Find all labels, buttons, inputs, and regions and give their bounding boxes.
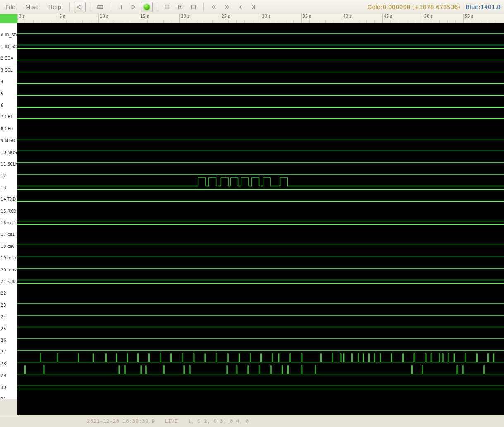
cursor-readout: Gold:0.000000 (+1078.673536) Blue:1401.8 — [368, 4, 502, 10]
gold-delta: (+1078.673536) — [412, 4, 460, 10]
channel-label[interactable]: 13 — [0, 182, 7, 193]
waveform-row — [17, 176, 504, 187]
channel-label[interactable]: 28 — [0, 358, 7, 369]
channel-label[interactable]: 29 — [0, 370, 7, 381]
waveform-row — [17, 223, 504, 235]
channel-label[interactable]: 24 — [0, 311, 7, 323]
svg-rect-0 — [98, 5, 103, 8]
waveform-row — [17, 387, 504, 399]
zoom-fit-icon — [191, 4, 196, 10]
blue-value: 1401.8 — [480, 4, 501, 10]
waveform-row — [17, 364, 504, 376]
waveform-row — [17, 58, 504, 70]
channel-label[interactable]: 21 sclk — [0, 276, 16, 287]
status-bar: 2021-12-20 16:38:38.9 LIVE 1, 0 2, 0 3, … — [0, 415, 504, 427]
waveform-row — [17, 352, 504, 364]
ruler-tick: 0 s — [17, 14, 25, 23]
seek-forward-button[interactable] — [221, 2, 233, 12]
channel-label[interactable]: 23 — [0, 299, 7, 311]
channel-label[interactable]: 11 SCLK — [0, 158, 17, 170]
channel-label[interactable]: 3 SCL — [0, 64, 13, 76]
gold-label: Gold: — [368, 4, 383, 10]
channel-label[interactable]: 25 — [0, 323, 7, 334]
toolbar-separator — [69, 2, 70, 12]
waveform-row — [17, 164, 504, 176]
pause-button[interactable] — [115, 2, 126, 12]
waveform-row — [17, 70, 504, 82]
channel-label[interactable]: 16 ce2 — [0, 217, 16, 228]
channel-label[interactable]: 7 CE1 — [0, 111, 14, 123]
toolbar: File Misc Help Gold:0.000000 — [0, 0, 504, 14]
status-modes-list: 1, 0 2, 0 3, 0 4, 0 — [188, 418, 249, 424]
time-ruler[interactable]: 0 s5 s10 s15 s20 s25 s30 s35 s40 s45 s50… — [17, 14, 504, 23]
channel-label[interactable]: 4 — [0, 76, 4, 88]
waveform-row — [17, 329, 504, 340]
channel-label[interactable]: 8 CE0 — [0, 123, 14, 134]
waveform-row — [17, 152, 504, 164]
waveform-row — [17, 117, 504, 129]
capture-button[interactable] — [74, 2, 86, 12]
channel-label[interactable]: 18 ce0 — [0, 240, 16, 252]
channel-label[interactable]: 22 — [0, 288, 7, 299]
menu-misc[interactable]: Misc — [21, 2, 42, 12]
channel-label[interactable]: 12 — [0, 170, 7, 182]
waveform-row — [17, 23, 504, 35]
toolbar-separator — [203, 2, 204, 12]
toolbar-separator — [90, 2, 90, 12]
toolbar-separator — [110, 2, 110, 12]
channel-label[interactable]: 0 ID_SD — [0, 29, 17, 41]
channel-label[interactable]: 10 MOSI — [0, 146, 17, 158]
waveform-row — [17, 94, 504, 105]
record-button[interactable] — [141, 2, 153, 12]
channel-label[interactable]: 27 — [0, 346, 7, 358]
gold-value: 0.000000 — [382, 4, 410, 10]
play-icon — [131, 4, 136, 10]
status-mode: LIVE — [165, 418, 177, 424]
zoom-in-icon — [164, 4, 170, 10]
waveform-row — [17, 235, 504, 246]
waveform-row — [17, 282, 504, 293]
waveform-row — [17, 35, 504, 46]
waveform-viewport[interactable] — [17, 23, 504, 415]
megaphone-icon — [77, 4, 83, 10]
ruler-tick: 5 s — [58, 14, 65, 23]
menu-file[interactable]: File — [2, 2, 19, 12]
zoom-out-button[interactable] — [174, 2, 186, 12]
zoom-fit-button[interactable] — [188, 2, 199, 12]
channel-label[interactable]: 17 ce1 — [0, 229, 16, 240]
channel-label[interactable]: 15 RXD — [0, 205, 17, 217]
record-led-icon — [144, 4, 150, 10]
keyboard-button[interactable] — [94, 2, 106, 12]
waveform-row — [17, 82, 504, 94]
double-chevron-right-icon — [224, 4, 230, 10]
waveform-row — [17, 247, 504, 258]
channel-label[interactable]: 2 SDA — [0, 53, 14, 64]
waveform-row — [17, 317, 504, 329]
channel-label[interactable]: 5 — [0, 88, 4, 99]
channel-label[interactable]: 20 mosi — [0, 264, 17, 276]
gold-cursor-marker[interactable] — [0, 14, 17, 23]
waveform-row — [17, 106, 504, 117]
waveform-row — [17, 270, 504, 281]
waveform-row — [17, 141, 504, 152]
play-button[interactable] — [128, 2, 139, 12]
goto-end-button[interactable] — [248, 2, 259, 12]
seek-back-button[interactable] — [208, 2, 220, 12]
goto-start-button[interactable] — [234, 2, 246, 12]
channel-label[interactable]: 26 — [0, 334, 7, 346]
waveform-row — [17, 199, 504, 211]
channel-label[interactable]: 30 — [0, 381, 7, 393]
skip-start-icon — [237, 4, 243, 10]
waveform-row — [17, 305, 504, 317]
menu-help[interactable]: Help — [44, 2, 65, 12]
waveform-row — [17, 376, 504, 387]
channel-label[interactable]: 19 miso — [0, 252, 17, 264]
channel-label-column: 0 ID_SD1 ID_SC2 SDA3 SCL4567 CE18 CE09 M… — [0, 23, 17, 399]
channel-label[interactable]: 31 — [0, 393, 7, 399]
zoom-in-button[interactable] — [161, 2, 173, 12]
channel-label[interactable]: 14 TXD — [0, 194, 17, 205]
toolbar-separator — [157, 2, 157, 12]
channel-label[interactable]: 6 — [0, 99, 4, 111]
channel-label[interactable]: 9 MISO — [0, 135, 16, 146]
channel-label[interactable]: 1 ID_SC — [0, 41, 17, 52]
